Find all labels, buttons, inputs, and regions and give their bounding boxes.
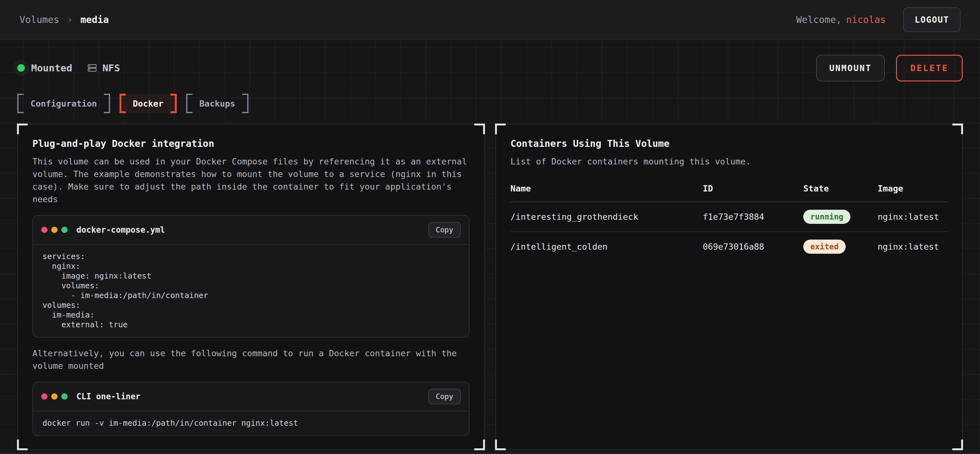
state-badge: exited bbox=[803, 240, 845, 254]
compose-code: services: nginx: image: nginx:latest vol… bbox=[33, 244, 469, 337]
container-name: /interesting_grothendieck bbox=[511, 202, 703, 232]
welcome-text: Welcome, bbox=[796, 14, 842, 25]
mounted-status-dot-icon bbox=[17, 64, 25, 72]
table-row: /intelligent_colden 069e73016a88 exited … bbox=[511, 232, 948, 261]
container-name: /intelligent_colden bbox=[511, 232, 703, 261]
window-dot-red-icon bbox=[41, 393, 48, 400]
panel-corner-mark bbox=[495, 440, 506, 450]
panel-corner-mark bbox=[17, 124, 28, 134]
server-icon bbox=[87, 63, 97, 73]
tab-backups[interactable]: Backups bbox=[186, 94, 248, 113]
cli-code: docker run -v im-media:/path/in/containe… bbox=[33, 411, 469, 435]
breadcrumb-volumes-link[interactable]: Volumes bbox=[19, 14, 59, 25]
code-filename: docker-compose.yml bbox=[76, 225, 165, 235]
tab-configuration[interactable]: Configuration bbox=[17, 94, 110, 113]
window-dot-green-icon bbox=[61, 227, 68, 233]
tab-label: Configuration bbox=[30, 99, 97, 108]
tab-docker[interactable]: Docker bbox=[119, 94, 177, 113]
bracket-left bbox=[17, 94, 24, 113]
bracket-left bbox=[186, 94, 192, 113]
panel-subtitle: List of Docker containers mounting this … bbox=[511, 155, 948, 168]
logout-button[interactable]: LOGOUT bbox=[903, 7, 961, 32]
container-image: nginx:latest bbox=[878, 232, 948, 261]
panel-corner-mark bbox=[474, 124, 485, 134]
container-id: f1e73e7f3884 bbox=[703, 202, 803, 232]
cli-intro-text: Alternatively, you can use the following… bbox=[32, 347, 469, 372]
delete-button[interactable]: DELETE bbox=[896, 55, 963, 81]
top-bar-right: Welcome, nicolas LOGOUT bbox=[796, 7, 961, 32]
tab-label: Docker bbox=[133, 99, 164, 108]
containers-panel: Containers Using This Volume List of Doc… bbox=[495, 124, 963, 450]
container-image: nginx:latest bbox=[878, 202, 948, 232]
copy-compose-button[interactable]: Copy bbox=[428, 222, 461, 238]
mounted-status-label: Mounted bbox=[31, 62, 72, 73]
panel-title: Plug-and-play Docker integration bbox=[32, 138, 469, 150]
main-content: Mounted NFS UNMOUNT DELETE Configuration… bbox=[0, 40, 980, 450]
window-dot-green-icon bbox=[61, 393, 68, 400]
code-block-header: CLI one-liner Copy bbox=[33, 382, 469, 411]
fs-type-label: NFS bbox=[103, 62, 120, 73]
panel-description: This volume can be used in your Docker C… bbox=[32, 155, 469, 206]
window-dot-red-icon bbox=[41, 227, 48, 233]
panel-corner-mark bbox=[952, 440, 963, 450]
cli-code-block: CLI one-liner Copy docker run -v im-medi… bbox=[32, 382, 469, 436]
containers-table: Name ID State Image /interesting_grothen… bbox=[511, 184, 948, 261]
tab-label: Backups bbox=[199, 99, 235, 108]
panel-corner-mark bbox=[474, 440, 485, 450]
container-id: 069e73016a88 bbox=[703, 232, 803, 261]
state-badge: running bbox=[803, 210, 850, 224]
docker-integration-panel: Plug-and-play Docker integration This vo… bbox=[17, 124, 485, 450]
volume-detail-page: Volumes › media Welcome, nicolas LOGOUT … bbox=[0, 0, 980, 454]
column-header-id: ID bbox=[703, 184, 803, 202]
compose-code-block: docker-compose.yml Copy services: nginx:… bbox=[32, 215, 469, 338]
panel-title: Containers Using This Volume bbox=[511, 138, 948, 150]
window-dot-yellow-icon bbox=[51, 393, 57, 400]
table-row: /interesting_grothendieck f1e73e7f3884 r… bbox=[511, 202, 948, 232]
copy-cli-button[interactable]: Copy bbox=[428, 389, 461, 404]
bracket-right bbox=[104, 94, 110, 113]
code-filename: CLI one-liner bbox=[76, 392, 141, 401]
panels-row: Plug-and-play Docker integration This vo… bbox=[17, 124, 963, 450]
username: nicolas bbox=[846, 14, 886, 25]
breadcrumb: Volumes › media bbox=[19, 14, 109, 25]
top-bar: Volumes › media Welcome, nicolas LOGOUT bbox=[0, 0, 980, 40]
bracket-right bbox=[170, 94, 177, 113]
column-header-image: Image bbox=[878, 184, 948, 202]
volume-status-row: Mounted NFS UNMOUNT DELETE bbox=[17, 58, 963, 78]
chevron-right-icon: › bbox=[67, 14, 73, 25]
panel-corner-mark bbox=[495, 124, 506, 134]
column-header-state: State bbox=[803, 184, 877, 202]
bracket-left bbox=[119, 94, 126, 113]
table-header-row: Name ID State Image bbox=[511, 184, 948, 202]
column-header-name: Name bbox=[511, 184, 703, 202]
unmount-button[interactable]: UNMOUNT bbox=[816, 55, 885, 81]
window-dot-yellow-icon bbox=[51, 227, 57, 233]
bracket-right bbox=[242, 94, 248, 113]
code-block-header: docker-compose.yml Copy bbox=[33, 216, 469, 244]
tabs: Configuration Docker Backups bbox=[17, 94, 963, 113]
breadcrumb-current-page: media bbox=[81, 14, 109, 25]
panel-corner-mark bbox=[17, 440, 28, 450]
panel-corner-mark bbox=[952, 124, 963, 134]
